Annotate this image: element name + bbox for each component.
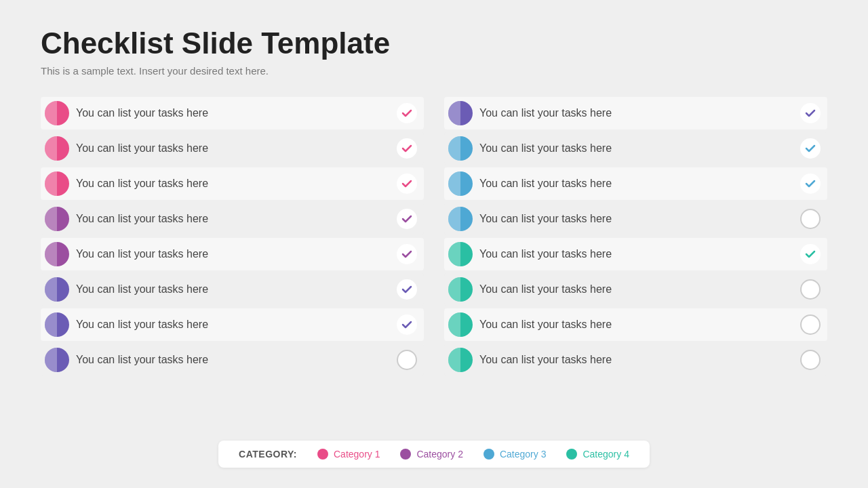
- category-icon: [45, 171, 69, 196]
- task-label: You can list your tasks here: [479, 283, 793, 296]
- check-circle[interactable]: [397, 350, 417, 370]
- column-right: You can list your tasks here You can lis…: [444, 97, 827, 427]
- task-label: You can list your tasks here: [479, 354, 793, 366]
- category-icon: [448, 136, 473, 161]
- category-icon: [45, 136, 69, 161]
- category-icon: [45, 348, 69, 372]
- legend-item-4: Category 4: [566, 449, 629, 460]
- task-label: You can list your tasks here: [76, 248, 390, 260]
- category-icon: [448, 171, 473, 196]
- check-circle[interactable]: [800, 350, 821, 370]
- check-circle[interactable]: [397, 209, 417, 229]
- legend-item-text: Category 3: [500, 449, 546, 460]
- legend-box: CATEGORY: Category 1Category 2Category 3…: [218, 441, 650, 468]
- legend-item-text: Category 2: [416, 449, 462, 460]
- category-icon: [45, 312, 69, 337]
- legend-dot: [484, 449, 494, 460]
- task-label: You can list your tasks here: [479, 319, 793, 331]
- category-icon: [45, 277, 69, 302]
- task-row: You can list your tasks here: [444, 273, 827, 306]
- legend-item-text: Category 4: [583, 449, 629, 460]
- category-icon: [45, 242, 69, 266]
- legend-dot: [400, 449, 411, 460]
- check-circle[interactable]: [800, 138, 821, 159]
- task-row: You can list your tasks here: [41, 308, 424, 341]
- task-row: You can list your tasks here: [444, 97, 827, 129]
- task-row: You can list your tasks here: [41, 132, 424, 165]
- legend-item-3: Category 3: [484, 449, 546, 460]
- task-label: You can list your tasks here: [479, 107, 793, 119]
- footer: CATEGORY: Category 1Category 2Category 3…: [41, 441, 827, 468]
- task-row: You can list your tasks here: [444, 238, 827, 270]
- task-label: You can list your tasks here: [479, 213, 793, 225]
- legend-dot: [566, 449, 577, 460]
- task-label: You can list your tasks here: [479, 178, 793, 190]
- task-label: You can list your tasks here: [76, 107, 390, 119]
- content-area: You can list your tasks here You can lis…: [41, 97, 827, 427]
- task-label: You can list your tasks here: [76, 283, 390, 296]
- task-row: You can list your tasks here: [41, 273, 424, 306]
- task-label: You can list your tasks here: [479, 248, 793, 260]
- legend-item-text: Category 1: [334, 449, 380, 460]
- check-circle[interactable]: [800, 314, 821, 335]
- task-label: You can list your tasks here: [76, 319, 390, 331]
- check-circle[interactable]: [397, 174, 417, 194]
- task-row: You can list your tasks here: [444, 203, 827, 235]
- category-icon: [448, 242, 473, 266]
- task-row: You can list your tasks here: [41, 344, 424, 376]
- check-circle[interactable]: [800, 279, 821, 300]
- task-row: You can list your tasks here: [41, 167, 424, 200]
- check-circle[interactable]: [800, 209, 821, 229]
- task-row: You can list your tasks here: [444, 132, 827, 165]
- task-label: You can list your tasks here: [76, 354, 390, 366]
- category-icon: [448, 312, 473, 337]
- main-title: Checklist Slide Template: [41, 27, 827, 60]
- task-row: You can list your tasks here: [444, 308, 827, 341]
- check-circle[interactable]: [800, 174, 821, 194]
- legend-item-1: Category 1: [317, 449, 380, 460]
- task-label: You can list your tasks here: [76, 213, 390, 225]
- slide: Checklist Slide Template This is a sampl…: [0, 0, 868, 488]
- category-icon: [45, 207, 69, 231]
- task-row: You can list your tasks here: [41, 203, 424, 235]
- task-label: You can list your tasks here: [76, 142, 390, 155]
- task-row: You can list your tasks here: [444, 167, 827, 200]
- legend-item-2: Category 2: [400, 449, 462, 460]
- check-circle[interactable]: [800, 103, 821, 123]
- task-row: You can list your tasks here: [444, 344, 827, 376]
- task-row: You can list your tasks here: [41, 238, 424, 270]
- check-circle[interactable]: [800, 244, 821, 264]
- category-icon: [448, 207, 473, 231]
- check-circle[interactable]: [397, 244, 417, 264]
- subtitle: This is a sample text. Insert your desir…: [41, 65, 827, 77]
- check-circle[interactable]: [397, 138, 417, 159]
- category-icon: [45, 101, 69, 125]
- check-circle[interactable]: [397, 314, 417, 335]
- legend-label: CATEGORY:: [239, 449, 297, 460]
- task-row: You can list your tasks here: [41, 97, 424, 129]
- header: Checklist Slide Template This is a sampl…: [41, 27, 827, 77]
- category-icon: [448, 277, 473, 302]
- category-icon: [448, 101, 473, 125]
- check-circle[interactable]: [397, 279, 417, 300]
- legend-dot: [317, 449, 328, 460]
- task-label: You can list your tasks here: [479, 142, 793, 155]
- category-icon: [448, 348, 473, 372]
- column-left: You can list your tasks here You can lis…: [41, 97, 424, 427]
- check-circle[interactable]: [397, 103, 417, 123]
- task-label: You can list your tasks here: [76, 178, 390, 190]
